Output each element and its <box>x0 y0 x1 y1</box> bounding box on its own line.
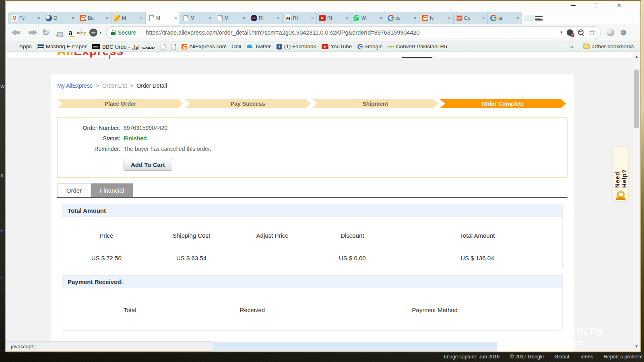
scroll-down-icon[interactable]: ▼ <box>633 344 640 348</box>
maximize-button[interactable] <box>592 2 599 9</box>
credit-global-link[interactable]: Global <box>555 354 569 360</box>
scrollbar-thumb[interactable] <box>634 70 639 128</box>
order-progress-steps: Place Order Pay Success Shipment Order C… <box>57 99 566 108</box>
browser-tab[interactable]: W × <box>351 12 385 24</box>
tab-close-icon[interactable]: × <box>105 15 109 21</box>
apps-shortcut[interactable]: Apps <box>12 43 32 49</box>
tab-close-icon[interactable]: × <box>311 15 314 21</box>
tab-close-icon[interactable]: × <box>242 15 246 21</box>
tab-close-icon[interactable]: × <box>71 15 74 21</box>
browser-tab[interactable]: CB Co × <box>453 12 488 24</box>
bg-letter: W <box>0 84 4 89</box>
chevron-down-icon[interactable]: ▾ <box>560 30 563 35</box>
tab-close-icon[interactable]: × <box>140 15 143 21</box>
tab-strip: M Fv × O × Bu × M × M × <box>6 10 640 24</box>
search-box-fragment[interactable] <box>276 56 433 58</box>
breadcrumb-my-aliexpress[interactable]: My AliExpress <box>57 82 93 89</box>
browser-tab[interactable]: cc × <box>385 12 419 24</box>
browser-tab[interactable]: M Fv × <box>8 12 43 24</box>
aliexpress-logo[interactable]: AliExpress <box>57 52 124 58</box>
bookmark-mashriq[interactable]: Mashriq E-Paper <box>37 43 87 49</box>
twitter-bird-icon <box>247 44 253 49</box>
tab-close-icon[interactable]: × <box>345 15 348 21</box>
browser-tab[interactable]: M × <box>180 12 214 24</box>
amazon-shortcut-icon[interactable]: a <box>69 29 73 36</box>
download-manager-extension-icon[interactable]: ⚙ <box>620 29 627 37</box>
url-text[interactable]: https://trade.aliexpress.com/order_detai… <box>146 29 557 36</box>
browser-tab[interactable]: Bu × <box>77 12 111 24</box>
credit-terms-link[interactable]: Terms <box>580 354 593 360</box>
browser-tab-active[interactable]: M × <box>145 12 180 24</box>
browser-tab[interactable]: OC RI × <box>248 12 283 24</box>
page-viewport: AliExpress My AliExpress > Order List > … <box>6 52 640 352</box>
shipping-cost-value: US $ 63.54 <box>151 255 233 261</box>
tab-close-icon[interactable]: × <box>174 15 177 21</box>
order-number-label: Order Number: <box>58 125 120 132</box>
browser-tab[interactable]: Iv × <box>419 12 454 24</box>
tab-financial[interactable]: Financial <box>91 183 133 197</box>
bookmark-twitter[interactable]: Twitter <box>247 43 271 49</box>
tab-close-icon[interactable]: × <box>208 15 211 21</box>
adblock-extension-icon[interactable] <box>567 29 573 36</box>
bookmark-convert[interactable]: ••• Convert Pakistani Ru <box>388 43 447 49</box>
payment-received-section: Payment Received: Total Received Payment… <box>62 275 563 331</box>
folder-icon <box>583 44 590 49</box>
browser-tab[interactable]: ta × <box>487 12 522 24</box>
refresh-button[interactable]: ↻ <box>42 28 50 37</box>
document-favicon <box>217 15 223 21</box>
breadcrumb-order-detail: Order Detail <box>136 82 167 89</box>
bookmark-facebook[interactable]: f (1) Facebook <box>277 43 316 49</box>
bookmark-google[interactable]: Google <box>357 43 383 49</box>
zoom-out-icon[interactable] <box>578 29 584 35</box>
search-button-fragment[interactable] <box>402 57 432 58</box>
tab-list-menu-icon[interactable] <box>535 15 543 21</box>
tab-close-icon[interactable]: × <box>482 15 485 21</box>
back-button[interactable] <box>11 29 22 36</box>
toolbar-overflow-chevron[interactable]: ▸ <box>100 31 102 35</box>
bookmark-document[interactable] <box>161 44 165 49</box>
minimize-button[interactable] <box>570 2 577 9</box>
browser-tab[interactable]: O × <box>43 12 77 24</box>
close-window-button[interactable]: × <box>615 2 623 9</box>
tab-close-icon[interactable]: × <box>413 15 417 21</box>
tab-close-icon[interactable]: × <box>277 15 280 21</box>
forward-button[interactable] <box>27 29 37 36</box>
bookmark-aliexpress[interactable]: AliExpress.com - Onli <box>182 43 241 49</box>
cb-badge-favicon: CB <box>456 15 462 21</box>
browser-tab[interactable]: M × <box>111 12 146 24</box>
bookmark-bbc-urdu[interactable]: BBC BBC Urdu - صفحة اول <box>92 43 155 50</box>
tab-order[interactable]: Order <box>57 183 91 197</box>
tab-close-icon[interactable]: × <box>516 15 519 21</box>
bookmarks-overflow-chevron[interactable]: » <box>570 43 573 50</box>
address-bar[interactable]: Secure | https://trade.aliexpress.com/or… <box>106 26 601 39</box>
bookmark-star-icon[interactable]: ☆ <box>589 29 596 36</box>
bookmark-document[interactable] <box>171 44 176 49</box>
whatsapp-favicon <box>353 15 360 21</box>
close-icon: × <box>617 2 621 10</box>
other-bookmarks-button[interactable]: Other bookmarks <box>592 43 634 49</box>
home-button[interactable] <box>55 29 64 36</box>
need-help-widget[interactable]: Need Help? <box>613 146 629 201</box>
add-to-cart-button[interactable]: Add To Cart <box>124 159 172 171</box>
globe-extension-icon[interactable] <box>607 29 614 36</box>
col-payment-method: Payment Method <box>308 306 562 313</box>
flag-icon <box>37 44 44 49</box>
ebay-shortcut-icon[interactable]: ebay <box>76 29 85 35</box>
step-shipment: Shipment <box>312 99 439 108</box>
scroll-up-icon[interactable]: ▲ <box>633 55 640 59</box>
bookmark-youtube[interactable]: ▶ YouTube <box>322 43 352 49</box>
col-price: Price <box>62 232 151 239</box>
credit-report-link[interactable]: Report a problem <box>604 354 643 360</box>
browser-tab[interactable]: ▶ RI × <box>316 12 351 24</box>
breadcrumb-order-list[interactable]: Order List <box>102 82 127 89</box>
browser-tab[interactable]: M × <box>214 12 248 24</box>
bg-letter: F <box>0 229 3 234</box>
browser-tab[interactable]: M RI × <box>282 12 317 24</box>
tab-close-icon[interactable]: × <box>37 15 40 21</box>
na-badge-icon[interactable]: N/A <box>89 29 97 37</box>
tab-close-icon[interactable]: × <box>379 15 382 21</box>
bookmarks-bar: Apps Mashriq E-Paper BBC BBC Urdu - صفحة… <box>6 41 640 52</box>
new-tab-button[interactable] <box>524 15 535 21</box>
page-scrollbar[interactable]: ▲ ▼ <box>633 52 640 352</box>
tab-close-icon[interactable]: × <box>448 15 451 21</box>
